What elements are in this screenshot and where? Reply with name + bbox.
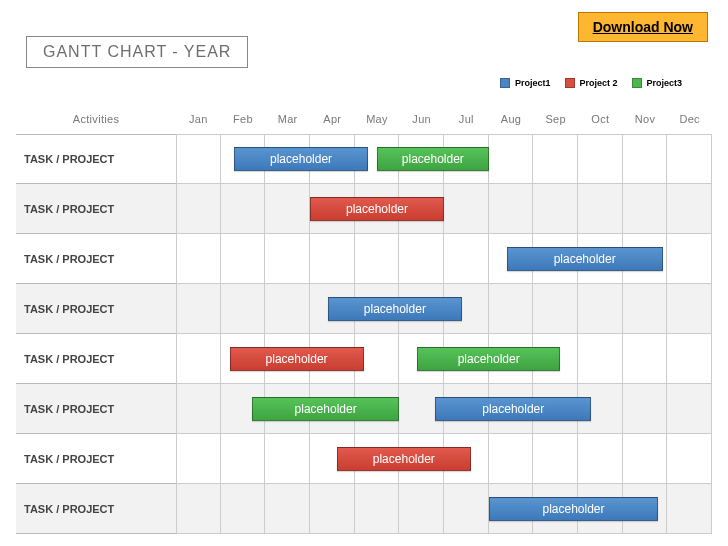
grid-cell xyxy=(578,284,623,334)
grid-cell xyxy=(176,234,221,284)
grid-cell xyxy=(310,184,355,234)
month-header: Nov xyxy=(623,104,668,134)
grid-cell xyxy=(310,334,355,384)
grid-cell xyxy=(444,284,489,334)
grid-cell xyxy=(578,384,623,434)
gantt-row: TASK / PROJECTplaceholder xyxy=(16,234,712,284)
grid-cell xyxy=(489,334,534,384)
grid-cell xyxy=(176,184,221,234)
legend-label: Project1 xyxy=(515,78,551,88)
grid-cell xyxy=(399,334,444,384)
month-header: Aug xyxy=(489,104,534,134)
legend: Project1Project 2Project3 xyxy=(500,78,682,88)
grid-cell xyxy=(221,334,266,384)
month-header: Feb xyxy=(221,104,266,134)
grid-cell xyxy=(623,484,668,534)
legend-swatch xyxy=(565,78,575,88)
grid-cell xyxy=(221,134,266,184)
row-label: TASK / PROJECT xyxy=(16,184,176,234)
legend-label: Project 2 xyxy=(580,78,618,88)
grid-cell xyxy=(355,484,400,534)
grid-cell xyxy=(310,284,355,334)
grid-cell xyxy=(533,384,578,434)
grid-cell xyxy=(355,284,400,334)
grid-cell xyxy=(176,484,221,534)
grid-cell xyxy=(265,334,310,384)
grid-cell xyxy=(623,234,668,284)
month-header: Jan xyxy=(176,104,221,134)
grid-cell xyxy=(310,384,355,434)
grid-cell xyxy=(355,434,400,484)
legend-item: Project1 xyxy=(500,78,551,88)
grid-cell xyxy=(489,184,534,234)
grid-cell xyxy=(489,434,534,484)
grid-cell xyxy=(444,184,489,234)
grid-cell xyxy=(623,134,668,184)
activities-header: Activities xyxy=(16,104,176,134)
gantt-row: TASK / PROJECTplaceholderplaceholder xyxy=(16,384,712,434)
grid-cell xyxy=(533,184,578,234)
grid-cell xyxy=(221,384,266,434)
grid-cell xyxy=(533,234,578,284)
row-label: TASK / PROJECT xyxy=(16,234,176,284)
row-label: TASK / PROJECT xyxy=(16,384,176,434)
grid-cell xyxy=(176,334,221,384)
grid-cell xyxy=(399,184,444,234)
legend-swatch xyxy=(500,78,510,88)
grid-cell xyxy=(533,334,578,384)
grid-cell xyxy=(265,184,310,234)
grid-cell xyxy=(310,434,355,484)
page-title: GANTT CHART - YEAR xyxy=(26,36,248,68)
gantt-row: TASK / PROJECTplaceholder xyxy=(16,484,712,534)
gantt-row: TASK / PROJECTplaceholderplaceholder xyxy=(16,334,712,384)
grid-cell xyxy=(444,484,489,534)
legend-label: Project3 xyxy=(647,78,683,88)
grid-cell xyxy=(533,284,578,334)
grid-cell xyxy=(667,184,712,234)
row-label: TASK / PROJECT xyxy=(16,434,176,484)
grid-cell xyxy=(667,234,712,284)
grid-cell xyxy=(444,134,489,184)
grid-cell xyxy=(444,334,489,384)
month-header: Mar xyxy=(265,104,310,134)
row-label: TASK / PROJECT xyxy=(16,134,176,184)
grid-cell xyxy=(399,284,444,334)
grid-cell xyxy=(623,284,668,334)
legend-swatch xyxy=(632,78,642,88)
grid-cell xyxy=(623,384,668,434)
grid-cell xyxy=(310,234,355,284)
grid-cell xyxy=(578,434,623,484)
grid-cell xyxy=(533,484,578,534)
grid-cell xyxy=(667,134,712,184)
grid-cell xyxy=(310,484,355,534)
month-header: Jul xyxy=(444,104,489,134)
grid-cell xyxy=(176,384,221,434)
download-button[interactable]: Download Now xyxy=(578,12,708,42)
grid-cell xyxy=(623,334,668,384)
legend-item: Project3 xyxy=(632,78,683,88)
gantt-row: TASK / PROJECTplaceholder xyxy=(16,434,712,484)
grid-cell xyxy=(489,234,534,284)
grid-cell xyxy=(176,284,221,334)
grid-cell xyxy=(265,484,310,534)
month-header: Sep xyxy=(533,104,578,134)
grid-cell xyxy=(399,134,444,184)
grid-cell xyxy=(667,284,712,334)
legend-item: Project 2 xyxy=(565,78,618,88)
grid-cell xyxy=(221,434,266,484)
grid-cell xyxy=(355,384,400,434)
grid-cell xyxy=(399,484,444,534)
grid-cell xyxy=(176,434,221,484)
grid-cell xyxy=(623,434,668,484)
grid-cell xyxy=(489,384,534,434)
grid-cell xyxy=(623,184,668,234)
grid-cell xyxy=(578,484,623,534)
row-label: TASK / PROJECT xyxy=(16,484,176,534)
grid-cell xyxy=(176,134,221,184)
grid-cell xyxy=(444,434,489,484)
grid-cell xyxy=(399,434,444,484)
grid-cell xyxy=(533,134,578,184)
grid-cell xyxy=(578,184,623,234)
grid-cell xyxy=(265,134,310,184)
grid-cell xyxy=(310,134,355,184)
